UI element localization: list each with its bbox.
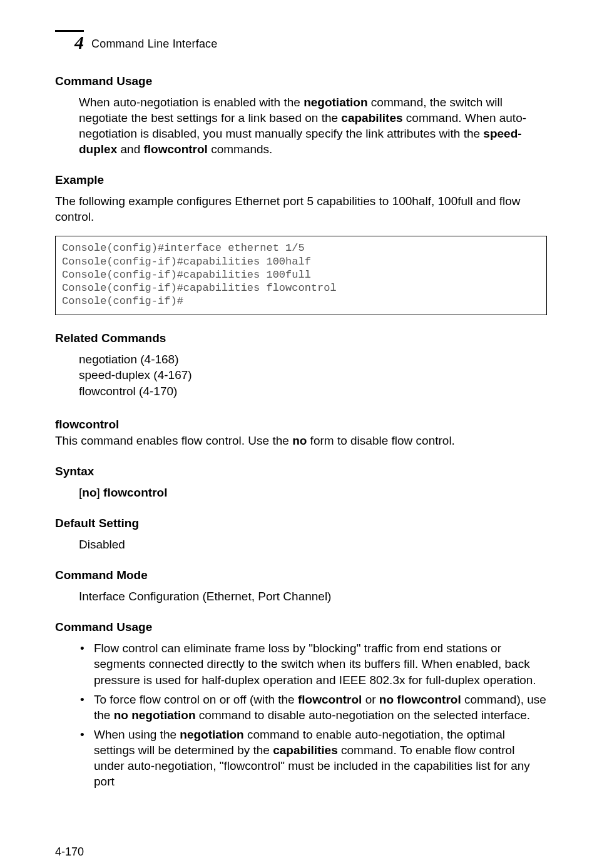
- text: form to disable flow control.: [307, 434, 455, 447]
- text: or: [362, 693, 379, 706]
- list-item: To force flow control on or off (with th…: [55, 692, 547, 723]
- kw-capabilites: capabilites: [341, 111, 402, 124]
- section-syntax: Syntax: [55, 465, 547, 478]
- related-command-line: speed-duplex (4-167): [79, 367, 547, 383]
- running-header: 4 Command Line Interface: [55, 30, 547, 52]
- related-command-line: flowcontrol (4-170): [79, 383, 547, 399]
- section-example: Example: [55, 173, 547, 187]
- kw-negotiation: negotiation: [180, 728, 243, 741]
- section-default-setting: Default Setting: [55, 517, 547, 530]
- text: ]: [97, 486, 104, 499]
- paragraph-command-usage-1: When auto-negotiation is enabled with th…: [55, 94, 547, 157]
- kw-no: no: [292, 434, 307, 447]
- chapter-number: 4: [55, 32, 84, 52]
- related-commands-list: negotiation (4-168) speed-duplex (4-167)…: [55, 351, 547, 399]
- kw-no-negotiation: no negotiation: [114, 709, 196, 722]
- default-setting-value: Disabled: [55, 537, 547, 552]
- text: command to disable auto-negotiation on t…: [196, 709, 530, 722]
- kw-no-flowcontrol: no flowcontrol: [379, 693, 461, 706]
- syntax-line: [no] flowcontrol: [55, 485, 547, 500]
- chapter-number-icon: 4: [55, 30, 84, 52]
- paragraph-example: The following example configures Etherne…: [55, 193, 547, 225]
- kw-flowcontrol: flowcontrol: [144, 143, 208, 156]
- text: commands.: [208, 143, 272, 156]
- related-command-line: negotiation (4-168): [79, 351, 547, 367]
- list-item: Flow control can eliminate frame loss by…: [55, 640, 547, 687]
- code-block: Console(config)#interface ethernet 1/5 C…: [55, 236, 547, 315]
- section-command-mode: Command Mode: [55, 568, 547, 582]
- section-command-usage-1: Command Usage: [55, 74, 547, 88]
- running-title: Command Line Interface: [91, 31, 218, 51]
- kw-no: no: [82, 486, 96, 499]
- command-usage-list: Flow control can eliminate frame loss by…: [55, 640, 547, 789]
- text: Flow control can eliminate frame loss by…: [94, 642, 536, 686]
- kw-capabilities: capabilities: [273, 744, 338, 757]
- kw-flowcontrol: flowcontrol: [298, 693, 362, 706]
- text: and: [117, 143, 143, 156]
- kw-negotiation: negotiation: [304, 96, 367, 109]
- command-mode-value: Interface Configuration (Ethernet, Port …: [55, 588, 547, 604]
- command-name-heading: flowcontrol: [55, 418, 547, 431]
- list-item: When using the negotiation command to en…: [55, 727, 547, 789]
- section-command-usage-2: Command Usage: [55, 620, 547, 634]
- kw-flowcontrol: flowcontrol: [103, 486, 167, 499]
- section-related-commands: Related Commands: [55, 331, 547, 345]
- text: When using the: [94, 728, 180, 741]
- page-number: 4-170: [55, 845, 547, 859]
- text: This command enables flow control. Use t…: [55, 434, 292, 447]
- text: When auto-negotiation is enabled with th…: [79, 96, 304, 109]
- text: To force flow control on or off (with th…: [94, 693, 298, 706]
- command-description: This command enables flow control. Use t…: [55, 433, 547, 448]
